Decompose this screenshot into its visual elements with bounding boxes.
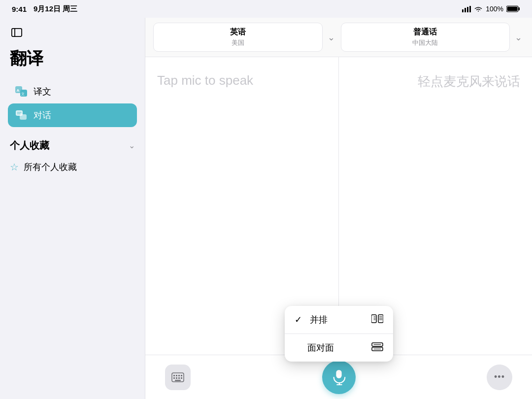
- svg-rect-1: [465, 8, 466, 12]
- face-to-face-label: 面对面: [307, 342, 334, 354]
- svg-rect-2: [467, 7, 468, 12]
- svg-rect-17: [371, 315, 376, 323]
- battery-label: 100%: [486, 5, 503, 13]
- all-favorites-label: 所有个人收藏: [24, 161, 77, 173]
- svg-rect-33: [181, 375, 182, 376]
- side-by-side-icon: [371, 314, 383, 326]
- favorites-chevron-icon: ⌄: [129, 141, 135, 150]
- right-lang-name: 普通话: [413, 27, 437, 37]
- toolbar-left: [165, 365, 191, 390]
- svg-text:文: 文: [21, 92, 25, 96]
- signal-icon: [462, 6, 471, 12]
- right-lang-chevron-icon[interactable]: ⌄: [513, 32, 524, 43]
- sidebar: 翻译 A 文 译文: [0, 18, 145, 399]
- more-icon: •••: [494, 372, 505, 382]
- right-lang-wrapper: 普通话 中国大陆 ⌄: [341, 23, 525, 52]
- svg-rect-30: [173, 375, 175, 376]
- left-lang-chevron-icon[interactable]: ⌄: [326, 32, 337, 43]
- check-icon: ✓: [295, 314, 302, 325]
- svg-rect-14: [20, 114, 27, 120]
- svg-text:A: A: [17, 88, 20, 93]
- favorites-title: 个人收藏: [10, 139, 49, 152]
- context-menu: ✓ 并排: [285, 306, 393, 362]
- side-by-side-label: 并排: [310, 314, 328, 326]
- svg-rect-31: [176, 375, 177, 376]
- conversation-icon: [15, 108, 29, 122]
- svg-rect-39: [336, 369, 341, 378]
- svg-rect-0: [462, 9, 464, 12]
- left-lang-name: 英语: [230, 27, 246, 37]
- svg-rect-37: [181, 377, 182, 379]
- toolbar-center: [322, 361, 356, 394]
- svg-rect-32: [178, 375, 180, 376]
- toolbar-right: •••: [487, 365, 512, 390]
- favorites-section-header[interactable]: 个人收藏 ⌄: [0, 131, 145, 156]
- all-favorites-item[interactable]: ☆ 所有个人收藏: [0, 156, 145, 178]
- app-title: 翻译: [0, 47, 145, 70]
- menu-item-left-side-by-side: ✓ 并排: [295, 314, 328, 326]
- left-language-button[interactable]: 英语 美国: [153, 23, 323, 52]
- svg-rect-5: [519, 7, 520, 10]
- right-language-button[interactable]: 普通话 中国大陆: [341, 23, 510, 52]
- translate-icon: A 文: [15, 85, 29, 99]
- left-placeholder: Tap mic to speak: [157, 73, 253, 88]
- svg-rect-36: [178, 377, 180, 379]
- wifi-icon: [474, 6, 483, 12]
- star-icon: ☆: [10, 161, 19, 173]
- mic-button[interactable]: [322, 361, 356, 394]
- sidebar-item-conversation[interactable]: 对话: [8, 103, 137, 127]
- sidebar-toggle-button[interactable]: [8, 26, 26, 39]
- svg-rect-6: [507, 7, 518, 11]
- status-bar: 9:41 9月12日 周三 100%: [0, 0, 532, 18]
- right-lang-region: 中国大陆: [412, 38, 438, 47]
- app-container: 翻译 A 文 译文: [0, 18, 532, 399]
- sidebar-item-translate[interactable]: A 文 译文: [8, 80, 137, 103]
- language-header: 英语 美国 ⌄ 普通话 中国大陆 ⌄: [145, 18, 532, 57]
- status-date: 9月12日 周三: [33, 4, 77, 14]
- battery-icon: [506, 5, 520, 12]
- status-time: 9:41: [12, 5, 27, 13]
- sidebar-translate-label: 译文: [33, 86, 51, 98]
- face-to-face-icon: [371, 342, 383, 354]
- sidebar-section: A 文 译文 对话: [0, 80, 145, 127]
- svg-rect-18: [378, 315, 383, 323]
- more-button[interactable]: •••: [487, 365, 512, 390]
- main-content: 英语 美国 ⌄ 普通话 中国大陆 ⌄ Tap mic to speak 轻点麦克…: [145, 18, 532, 399]
- right-placeholder: 轻点麦克风来说话: [418, 73, 520, 90]
- svg-rect-38: [175, 380, 181, 381]
- svg-rect-7: [12, 29, 22, 36]
- left-lang-region: 美国: [232, 38, 244, 47]
- svg-rect-35: [176, 377, 177, 379]
- left-lang-wrapper: 英语 美国 ⌄: [153, 23, 337, 52]
- status-icons: 100%: [462, 5, 520, 13]
- keyboard-button[interactable]: [165, 365, 191, 390]
- sidebar-conversation-label: 对话: [33, 109, 51, 121]
- svg-rect-3: [469, 6, 471, 12]
- menu-item-left-face-to-face: 面对面: [295, 342, 334, 354]
- svg-rect-34: [173, 377, 175, 379]
- menu-item-side-by-side[interactable]: ✓ 并排: [285, 306, 393, 334]
- menu-item-face-to-face[interactable]: 面对面: [285, 334, 393, 362]
